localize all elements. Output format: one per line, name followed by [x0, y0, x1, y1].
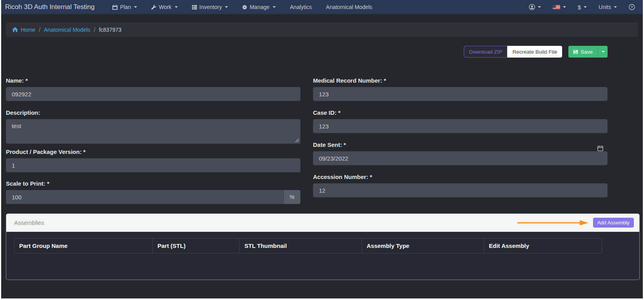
resize-grip[interactable]: [295, 138, 299, 142]
form-left-column: Name: * Description: test Product / Pack…: [6, 77, 300, 212]
date-sent-label: Date Sent: *: [313, 141, 608, 148]
app-window: Ricoh 3D Auth Internal Testing Plan Work: [1, 0, 643, 298]
us-flag-icon: [553, 5, 560, 9]
save-button[interactable]: Save: [568, 46, 597, 58]
medical-record-number-label: Medical Record Number: *: [313, 77, 608, 84]
assemblies-panel-body: Part Group Name Part (STL) STL Thumbnail…: [6, 232, 639, 260]
nav-item-analytics[interactable]: Analytics: [290, 4, 312, 10]
recreate-build-file-button[interactable]: Recreate Build File: [507, 46, 562, 58]
nav-item-plan[interactable]: Plan: [112, 4, 137, 10]
product-version-label: Product / Package Version: *: [6, 148, 300, 155]
user-menu[interactable]: [529, 4, 541, 10]
nav-item-manage[interactable]: Manage: [242, 4, 276, 10]
column-header-edit-assembly: Edit Assembly: [484, 239, 602, 253]
breadcrumb-section-link[interactable]: Anatomical Models: [44, 27, 90, 33]
medical-record-number-field[interactable]: [313, 87, 608, 101]
assemblies-table-header-row: Part Group Name Part (STL) STL Thumbnail…: [14, 239, 602, 253]
units-menu[interactable]: Units: [599, 4, 617, 10]
dollar-icon: $: [578, 4, 581, 11]
user-icon: [529, 4, 535, 10]
download-zip-button[interactable]: Download ZIP: [464, 46, 507, 58]
column-header-stl-thumbnail: STL Thumbnail: [240, 239, 362, 253]
chevron-down-icon: [563, 6, 566, 8]
chevron-down-icon: [538, 6, 541, 8]
assemblies-title: Assemblies: [14, 219, 44, 226]
model-form: Name: * Description: test Product / Pack…: [6, 77, 608, 212]
help-menu[interactable]: ?: [629, 4, 635, 10]
date-picker-icon[interactable]: [597, 145, 603, 151]
assemblies-table: Part Group Name Part (STL) STL Thumbnail…: [14, 238, 602, 253]
help-icon: ?: [629, 4, 635, 10]
chevron-down-icon: [273, 6, 276, 8]
chevron-down-icon: [614, 6, 617, 8]
language-menu[interactable]: [553, 5, 566, 9]
chevron-down-icon: [134, 6, 137, 8]
breadcrumb-current: fc837973: [99, 27, 121, 33]
chevron-down-icon: [584, 6, 587, 8]
date-sent-field[interactable]: [313, 151, 608, 165]
case-id-label: Case ID: *: [313, 109, 608, 116]
annotation-arrow-icon: [517, 220, 589, 226]
page-actions: Download ZIP Recreate Build File Save: [464, 46, 608, 58]
home-icon: [12, 27, 18, 32]
breadcrumb-separator: /: [94, 27, 96, 33]
nav-item-work[interactable]: Work: [151, 4, 177, 10]
save-dropdown-button[interactable]: [597, 46, 608, 58]
gear-icon: [242, 5, 247, 10]
percent-addon: %: [284, 190, 300, 204]
accession-number-field[interactable]: [313, 183, 608, 197]
column-header-part-group-name: Part Group Name: [14, 239, 153, 253]
svg-text:?: ?: [631, 5, 633, 9]
description-field[interactable]: test: [6, 119, 300, 144]
description-label: Description:: [6, 109, 300, 116]
name-label: Name: *: [6, 77, 300, 84]
add-assembly-button[interactable]: Add Assembly: [593, 218, 634, 228]
chevron-down-icon: [175, 6, 178, 8]
assemblies-panel: Assemblies Add Assembly Part Group Name …: [6, 213, 640, 280]
wrench-icon: [151, 5, 156, 10]
column-header-part-stl: Part (STL): [153, 239, 240, 253]
product-version-field[interactable]: [6, 158, 300, 172]
nav-right-cluster: $ Units ?: [529, 4, 635, 11]
accession-number-label: Accession Number: *: [313, 173, 608, 180]
nav-menu: Plan Work Inventory: [112, 4, 372, 10]
save-icon: [573, 49, 578, 54]
nav-item-anatomical-models[interactable]: Anatomical Models: [326, 4, 372, 10]
breadcrumb-separator: /: [39, 27, 40, 33]
form-right-column: Medical Record Number: * Case ID: * Date…: [313, 77, 608, 212]
column-header-assembly-type: Assembly Type: [362, 239, 484, 253]
breadcrumb-home-link[interactable]: Home: [12, 27, 35, 33]
top-navbar: Ricoh 3D Auth Internal Testing Plan Work: [1, 0, 643, 14]
breadcrumb: Home / Anatomical Models / fc837973: [6, 22, 638, 37]
case-id-field[interactable]: [313, 119, 608, 133]
list-icon: [192, 5, 197, 10]
calendar-icon: [112, 5, 118, 10]
brand-title[interactable]: Ricoh 3D Auth Internal Testing: [5, 3, 94, 11]
chevron-down-icon: [225, 6, 228, 8]
nav-item-inventory[interactable]: Inventory: [192, 4, 228, 10]
scale-to-print-label: Scale to Print: *: [6, 180, 300, 187]
currency-menu[interactable]: $: [578, 4, 587, 11]
save-split-button: Save: [568, 46, 608, 58]
chevron-down-icon: [602, 51, 605, 52]
assemblies-panel-header: Assemblies Add Assembly: [6, 214, 639, 232]
name-field[interactable]: [6, 87, 300, 101]
scale-to-print-field[interactable]: [6, 190, 284, 204]
